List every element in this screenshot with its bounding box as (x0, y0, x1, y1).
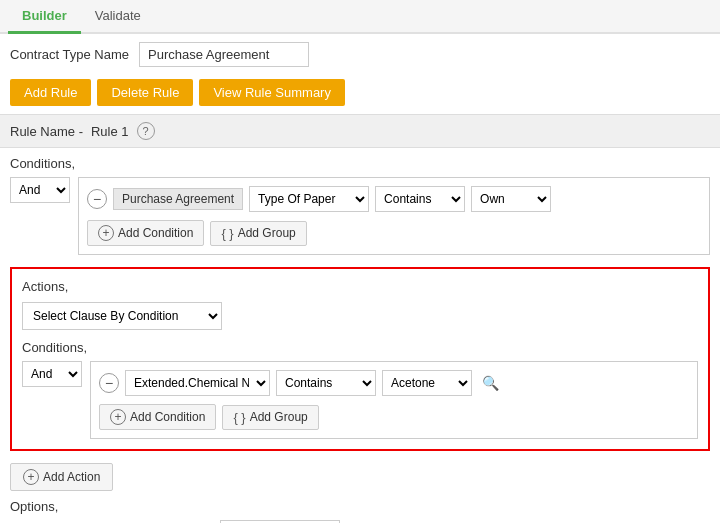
view-rule-summary-button[interactable]: View Rule Summary (199, 79, 345, 106)
contract-type-input[interactable] (139, 42, 309, 67)
condition2-actions: + Add Condition { } Add Group (99, 404, 689, 430)
actions-and-select[interactable]: And (22, 361, 82, 387)
actions-conditions-label: Conditions, (22, 340, 698, 355)
conditions-label: Conditions, (10, 156, 710, 171)
curly-brace-icon: { } (221, 226, 233, 241)
conditions-wrapper: And − Purchase Agreement Type Of Paper C… (10, 177, 710, 255)
options-section: Options, Stop Processing More Rules No Y… (10, 499, 710, 523)
actions-conditions-wrapper: And − Extended.Chemical Nam Contains Ace… (22, 361, 698, 439)
condition-box-1: − Purchase Agreement Type Of Paper Conta… (78, 177, 710, 255)
actions-section: Actions, Select Clause By Condition Cond… (10, 267, 710, 451)
plus-circle-icon: + (98, 225, 114, 241)
condition2-operator-select[interactable]: Contains (276, 370, 376, 396)
conditions-and-select[interactable]: And (10, 177, 70, 203)
condition-row-1: − Purchase Agreement Type Of Paper Conta… (87, 186, 701, 212)
tab-builder[interactable]: Builder (8, 0, 81, 34)
remove-condition-1-btn[interactable]: − (87, 189, 107, 209)
plus-circle-action-icon: + (23, 469, 39, 485)
add-group-1-button[interactable]: { } Add Group (210, 221, 306, 246)
contract-type-label: Contract Type Name (10, 47, 129, 62)
condition1-operator-select[interactable]: Contains (375, 186, 465, 212)
delete-rule-button[interactable]: Delete Rule (97, 79, 193, 106)
rule-button-row: Add Rule Delete Rule View Rule Summary (0, 75, 720, 114)
remove-condition-2-btn[interactable]: − (99, 373, 119, 393)
select-clause-dropdown[interactable]: Select Clause By Condition (22, 302, 222, 330)
add-condition-1-button[interactable]: + Add Condition (87, 220, 204, 246)
condition2-value-select[interactable]: Acetone (382, 370, 472, 396)
add-group-2-button[interactable]: { } Add Group (222, 405, 318, 430)
condition1-actions: + Add Condition { } Add Group (87, 220, 701, 246)
condition-box-2: − Extended.Chemical Nam Contains Acetone… (90, 361, 698, 439)
tab-validate[interactable]: Validate (81, 0, 155, 34)
rule-name-bar: Rule Name - Rule 1 ? (0, 114, 720, 148)
condition1-field-select[interactable]: Type Of Paper (249, 186, 369, 212)
curly-brace-icon-2: { } (233, 410, 245, 425)
search-icon[interactable]: 🔍 (478, 371, 502, 395)
condition1-value-select[interactable]: Own (471, 186, 551, 212)
add-action-button[interactable]: + Add Action (10, 463, 113, 491)
actions-label: Actions, (22, 279, 698, 294)
condition-row-2: − Extended.Chemical Nam Contains Acetone… (99, 370, 689, 396)
tabs-bar: Builder Validate (0, 0, 720, 34)
contract-type-row: Contract Type Name (0, 34, 720, 75)
condition2-tag-select[interactable]: Extended.Chemical Nam (125, 370, 270, 396)
options-label: Options, (10, 499, 710, 514)
add-condition-2-button[interactable]: + Add Condition (99, 404, 216, 430)
select-clause-row: Select Clause By Condition (22, 302, 698, 330)
rule-name-value: Rule 1 (91, 124, 129, 139)
condition1-tag: Purchase Agreement (113, 188, 243, 210)
add-rule-button[interactable]: Add Rule (10, 79, 91, 106)
main-content: Conditions, And − Purchase Agreement Typ… (0, 148, 720, 523)
rule-name-label: Rule Name - (10, 124, 83, 139)
help-icon[interactable]: ? (137, 122, 155, 140)
plus-circle-icon-2: + (110, 409, 126, 425)
